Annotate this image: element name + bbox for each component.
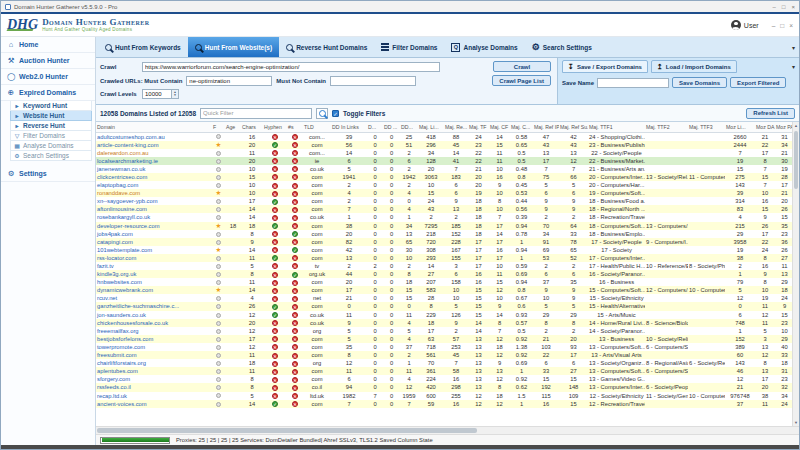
column-header-d[interactable]: D... [367, 122, 383, 132]
column-header-moz-da[interactable]: Moz DA [755, 122, 775, 132]
table-row[interactable]: janenewman.co.uk10✕✕co.uk500220721100.48… [96, 165, 794, 173]
tab-save-export[interactable]: ↧ Save / Export Domains [562, 60, 648, 73]
tab-hunt-from-keywords[interactable]: Hunt From Keywords [98, 37, 188, 57]
dot-flag-icon[interactable] [216, 321, 221, 326]
column-header-maj-cf[interactable]: Maj. CF [489, 122, 510, 132]
table-row[interactable]: localsearchmarketing.ie20✕✕ie60061284122… [96, 157, 794, 165]
tab-search-settings[interactable]: ⚙Search Settings [525, 37, 599, 57]
column-header-dd-in-links[interactable]: DD In Links [331, 122, 367, 132]
column-header-maj-li[interactable]: Maj. Li... [418, 122, 444, 132]
column-header-maj-tf[interactable]: Maj. TF [468, 122, 489, 132]
table-row[interactable]: elaptopbag.com10✕✕com20021062090.455520 … [96, 181, 794, 189]
column-header-dd[interactable]: DD... [400, 122, 418, 132]
toolbar-overflow-caret-icon[interactable]: ▾ [792, 44, 799, 51]
dot-flag-icon[interactable] [216, 304, 221, 309]
domain-link[interactable]: fazit.tv [97, 263, 114, 269]
close-button-inner[interactable]: × [789, 22, 793, 29]
export-panel-caret-icon[interactable]: ▾ [792, 63, 795, 70]
column-header-hyphen[interactable]: Hyphen [263, 122, 287, 132]
sidebar-item-web2-0-hunter[interactable]: ◯Web2.0 Hunter [1, 69, 95, 85]
domain-link[interactable]: freeemailfax.org [97, 328, 139, 334]
domain-link[interactable]: chickenhousesforsale.co.uk [97, 320, 168, 326]
domain-link[interactable]: 101webtemplate.com [97, 247, 152, 253]
domain-link[interactable]: jon-saunders.co.uk [97, 312, 146, 318]
domain-link[interactable]: rss-locator.com [97, 255, 136, 261]
column-header-chars[interactable]: Chars [241, 122, 263, 132]
domain-link[interactable]: article-content-king.com [97, 142, 159, 148]
table-row[interactable]: dalereardon.com.au11✕✕com...140023414221… [96, 149, 794, 157]
table-row[interactable]: freeemailfax.org12✕✕org50051721470.52214… [96, 327, 794, 335]
table-row[interactable]: chairliftforstairs.org18✕✕org12001707139… [96, 359, 794, 367]
domain-link[interactable]: janenewman.co.uk [97, 166, 145, 172]
column-header-dd[interactable]: DD ... [383, 122, 400, 132]
table-row[interactable]: ancient-voices.com14✓✕com700759161212116… [96, 400, 794, 408]
dot-flag-icon[interactable] [216, 256, 221, 261]
column-header-s[interactable]: #s [287, 122, 303, 132]
column-header-domain[interactable]: Domain [96, 122, 212, 132]
column-header-age[interactable]: Age [225, 122, 241, 132]
scroll-up-icon[interactable]: ▲ [793, 122, 799, 129]
table-row[interactable]: rcuv.net4✕✕net210015281015100.6710915 - … [96, 294, 794, 302]
table-row[interactable]: rosebankargyll.co.uk14✕✕co.uk1001221870.… [96, 213, 794, 221]
table-row[interactable]: towerpromote.com12✕✕com35003771825313181… [96, 343, 794, 351]
domain-link[interactable]: localsearchmarketing.ie [97, 158, 158, 164]
crawl-levels-input[interactable] [142, 89, 172, 99]
dot-flag-icon[interactable] [216, 264, 221, 269]
domain-link[interactable]: ganzheitliche-suchmaschine.c... [97, 303, 179, 309]
domain-link[interactable]: developer-resource.com [97, 223, 160, 229]
sidebar-item-settings[interactable]: ⚙Settings [1, 166, 95, 182]
sidebar-item-expired-domains[interactable]: ⊕Expired Domains [1, 85, 95, 101]
crawl-levels-spinner[interactable]: ▲▼ [172, 89, 179, 99]
dot-flag-icon[interactable] [216, 151, 221, 156]
tab-hunt-from-website-s[interactable]: Hunt From Website(s) [188, 37, 279, 57]
table-row[interactable]: kindle3g.org.uk8✕✓org.uk4400827616110.69… [96, 270, 794, 278]
must-contain-input[interactable] [186, 76, 272, 86]
column-header-moz-li[interactable]: Moz Li... [725, 122, 755, 132]
dot-flag-icon[interactable] [216, 199, 221, 204]
star-icon[interactable]: ★ [216, 246, 222, 253]
domain-link[interactable]: xn--saygoever-ypb.com [97, 198, 158, 204]
crawl-url-input[interactable] [142, 62, 440, 72]
dot-flag-icon[interactable] [216, 183, 221, 188]
dot-flag-icon[interactable] [216, 402, 221, 407]
dot-flag-icon[interactable] [216, 361, 221, 366]
table-row[interactable]: sforgery.com8✕✕com60042241613120.9215151… [96, 375, 794, 383]
table-row[interactable]: developer-resource.com★1818✓✕com38003472… [96, 222, 794, 230]
domain-link[interactable]: ancient-voices.com [97, 401, 147, 407]
dot-flag-icon[interactable] [216, 393, 221, 398]
dot-flag-icon[interactable] [216, 167, 221, 172]
domain-link[interactable]: clickcentricseo.com [97, 174, 147, 180]
save-domains-button[interactable]: Save Domains [672, 77, 727, 88]
sidebar-item-auction-hunter[interactable]: ⚒Auction Hunter [1, 53, 95, 69]
domain-link[interactable]: kindle3g.org.uk [97, 271, 136, 277]
vertical-scroll-thumb[interactable] [794, 131, 798, 189]
dot-flag-icon[interactable] [216, 329, 221, 334]
domain-link[interactable]: aplentubes.com [97, 368, 138, 374]
sidebar-item-keyword-hunt[interactable]: ▸Keyword Hunt [10, 101, 92, 111]
table-row[interactable]: ronanddave.com★10✕✕com400415619100.53661… [96, 189, 794, 197]
star-icon[interactable]: ★ [216, 189, 222, 196]
export-filtered-button[interactable]: Export Filtered [730, 77, 786, 88]
must-not-contain-input[interactable] [330, 76, 416, 86]
dot-flag-icon[interactable] [216, 337, 221, 342]
domain-link[interactable]: rcuv.net [97, 295, 117, 301]
maximize-button-inner[interactable]: □ [780, 22, 784, 29]
tab-load-import[interactable]: ↥ Load / Import Domains [651, 60, 737, 73]
table-row[interactable]: freesubmit.com11✕✕com80025614513120.9222… [96, 351, 794, 359]
domain-link[interactable]: dalereardon.com.au [97, 150, 149, 156]
dot-flag-icon[interactable] [216, 313, 221, 318]
table-row[interactable]: chickenhousesforsale.co.uk20✕✕co.uk90041… [96, 319, 794, 327]
crawl-button[interactable]: Crawl [493, 61, 551, 72]
refresh-list-button[interactable]: Refresh List [746, 108, 795, 119]
column-header-maj-ttf1[interactable]: Maj. TTF1 [588, 122, 645, 132]
toggle-filters-checkbox[interactable]: ✓ [332, 110, 339, 117]
table-row[interactable]: article-content-king.com★20✓✕com56005129… [96, 141, 794, 149]
column-header-maj-c[interactable]: Maj. C... [510, 122, 533, 132]
maximize-button[interactable]: □ [782, 4, 786, 10]
user-avatar-icon[interactable] [731, 20, 741, 30]
table-row[interactable]: xn--saygoever-ypb.com17✓✕com20002491880.… [96, 197, 794, 205]
table-row[interactable]: recap.ltd.uk5✕✕ltd.uk1982701959600255121… [96, 392, 794, 400]
dot-flag-icon[interactable] [216, 385, 221, 390]
crawl-page-list-button[interactable]: Crawl Page List [492, 75, 551, 86]
dot-flag-icon[interactable] [216, 369, 221, 374]
